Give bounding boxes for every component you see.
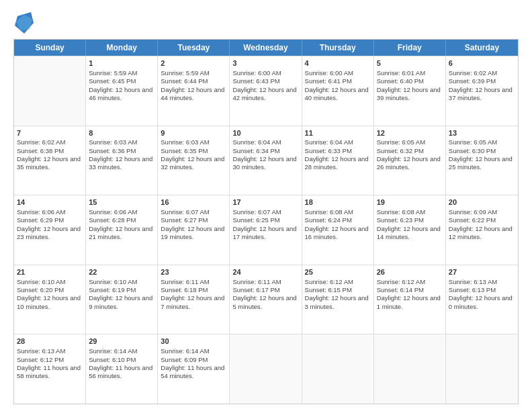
day-info: Sunrise: 6:06 AMSunset: 6:28 PMDaylight:…	[89, 208, 154, 241]
calendar-cell-16: 16Sunrise: 6:07 AMSunset: 6:27 PMDayligh…	[158, 195, 230, 265]
day-number: 16	[161, 197, 226, 208]
calendar-cell-26: 26Sunrise: 6:12 AMSunset: 6:14 PMDayligh…	[374, 265, 446, 334]
day-number: 28	[17, 336, 83, 347]
day-number: 17	[232, 197, 298, 208]
day-info: Sunrise: 6:12 AMSunset: 6:14 PMDaylight:…	[377, 278, 443, 311]
day-number: 18	[305, 197, 371, 208]
day-info: Sunrise: 6:11 AMSunset: 6:18 PMDaylight:…	[161, 278, 226, 311]
calendar: SundayMondayTuesdayWednesdayThursdayFrid…	[13, 39, 519, 404]
calendar-cell-7: 7Sunrise: 6:02 AMSunset: 6:38 PMDaylight…	[14, 126, 86, 195]
logo	[13, 12, 34, 34]
day-info: Sunrise: 6:13 AMSunset: 6:13 PMDaylight:…	[449, 278, 515, 311]
day-info: Sunrise: 6:09 AMSunset: 6:22 PMDaylight:…	[449, 208, 515, 241]
day-number: 15	[89, 197, 154, 208]
day-number: 11	[305, 128, 371, 138]
day-number: 9	[161, 128, 226, 138]
calendar-cell-10: 10Sunrise: 6:04 AMSunset: 6:34 PMDayligh…	[230, 126, 302, 195]
calendar-row-5: 28Sunrise: 6:13 AMSunset: 6:12 PMDayligh…	[14, 334, 518, 404]
calendar-body: 1Sunrise: 5:59 AMSunset: 6:45 PMDaylight…	[14, 56, 518, 404]
day-number: 25	[305, 267, 371, 277]
calendar-cell-23: 23Sunrise: 6:11 AMSunset: 6:18 PMDayligh…	[158, 265, 230, 334]
day-info: Sunrise: 6:02 AMSunset: 6:38 PMDaylight:…	[17, 138, 83, 171]
day-number: 26	[377, 267, 443, 277]
day-info: Sunrise: 6:00 AMSunset: 6:43 PMDaylight:…	[232, 69, 298, 102]
calendar-cell-19: 19Sunrise: 6:08 AMSunset: 6:23 PMDayligh…	[374, 195, 446, 265]
day-info: Sunrise: 6:08 AMSunset: 6:24 PMDaylight:…	[305, 208, 371, 241]
calendar-cell-empty	[302, 334, 374, 404]
calendar-cell-12: 12Sunrise: 6:05 AMSunset: 6:32 PMDayligh…	[374, 126, 446, 195]
calendar-cell-8: 8Sunrise: 6:03 AMSunset: 6:36 PMDaylight…	[86, 126, 158, 195]
day-number: 27	[449, 267, 515, 277]
day-info: Sunrise: 6:13 AMSunset: 6:12 PMDaylight:…	[17, 347, 83, 380]
day-info: Sunrise: 6:07 AMSunset: 6:25 PMDaylight:…	[232, 208, 298, 241]
calendar-header: SundayMondayTuesdayWednesdayThursdayFrid…	[14, 40, 518, 56]
day-info: Sunrise: 6:08 AMSunset: 6:23 PMDaylight:…	[377, 208, 443, 241]
day-info: Sunrise: 6:10 AMSunset: 6:19 PMDaylight:…	[89, 278, 154, 311]
day-info: Sunrise: 5:59 AMSunset: 6:44 PMDaylight:…	[161, 69, 226, 102]
day-number: 29	[89, 336, 154, 347]
day-number: 20	[449, 197, 515, 208]
day-info: Sunrise: 6:11 AMSunset: 6:17 PMDaylight:…	[232, 278, 298, 311]
day-number: 4	[305, 58, 371, 68]
day-info: Sunrise: 6:04 AMSunset: 6:34 PMDaylight:…	[232, 138, 298, 171]
calendar-row-1: 1Sunrise: 5:59 AMSunset: 6:45 PMDaylight…	[14, 56, 518, 126]
day-number: 24	[232, 267, 298, 277]
calendar-cell-21: 21Sunrise: 6:10 AMSunset: 6:20 PMDayligh…	[14, 265, 86, 334]
calendar-cell-5: 5Sunrise: 6:01 AMSunset: 6:40 PMDaylight…	[374, 56, 446, 126]
day-info: Sunrise: 6:12 AMSunset: 6:15 PMDaylight:…	[305, 278, 371, 311]
day-info: Sunrise: 6:05 AMSunset: 6:30 PMDaylight:…	[449, 138, 515, 171]
calendar-cell-4: 4Sunrise: 6:00 AMSunset: 6:41 PMDaylight…	[302, 56, 374, 126]
day-number: 30	[161, 336, 226, 347]
day-info: Sunrise: 6:14 AMSunset: 6:09 PMDaylight:…	[161, 347, 226, 380]
calendar-cell-11: 11Sunrise: 6:04 AMSunset: 6:33 PMDayligh…	[302, 126, 374, 195]
calendar-cell-22: 22Sunrise: 6:10 AMSunset: 6:19 PMDayligh…	[86, 265, 158, 334]
calendar-cell-1: 1Sunrise: 5:59 AMSunset: 6:45 PMDaylight…	[86, 56, 158, 126]
calendar-cell-9: 9Sunrise: 6:03 AMSunset: 6:35 PMDaylight…	[158, 126, 230, 195]
calendar-cell-24: 24Sunrise: 6:11 AMSunset: 6:17 PMDayligh…	[230, 265, 302, 334]
day-number: 21	[17, 267, 83, 277]
day-number: 6	[449, 58, 515, 68]
calendar-cell-6: 6Sunrise: 6:02 AMSunset: 6:39 PMDaylight…	[446, 56, 518, 126]
day-number: 12	[377, 128, 443, 138]
calendar-cell-13: 13Sunrise: 6:05 AMSunset: 6:30 PMDayligh…	[446, 126, 518, 195]
day-info: Sunrise: 6:10 AMSunset: 6:20 PMDaylight:…	[17, 278, 83, 311]
header-day-tuesday: Tuesday	[158, 40, 230, 56]
header-day-thursday: Thursday	[302, 40, 374, 56]
calendar-cell-17: 17Sunrise: 6:07 AMSunset: 6:25 PMDayligh…	[230, 195, 302, 265]
calendar-cell-empty	[14, 56, 86, 126]
calendar-cell-25: 25Sunrise: 6:12 AMSunset: 6:15 PMDayligh…	[302, 265, 374, 334]
day-number: 10	[232, 128, 298, 138]
calendar-cell-3: 3Sunrise: 6:00 AMSunset: 6:43 PMDaylight…	[230, 56, 302, 126]
calendar-cell-28: 28Sunrise: 6:13 AMSunset: 6:12 PMDayligh…	[14, 334, 86, 404]
calendar-row-4: 21Sunrise: 6:10 AMSunset: 6:20 PMDayligh…	[14, 265, 518, 334]
calendar-cell-empty	[446, 334, 518, 404]
day-number: 22	[89, 267, 154, 277]
day-info: Sunrise: 6:01 AMSunset: 6:40 PMDaylight:…	[377, 69, 443, 102]
day-number: 2	[161, 58, 226, 68]
header	[13, 12, 519, 34]
header-day-sunday: Sunday	[14, 40, 86, 56]
calendar-cell-29: 29Sunrise: 6:14 AMSunset: 6:10 PMDayligh…	[86, 334, 158, 404]
day-info: Sunrise: 6:03 AMSunset: 6:35 PMDaylight:…	[161, 138, 226, 171]
day-info: Sunrise: 6:02 AMSunset: 6:39 PMDaylight:…	[449, 69, 515, 102]
day-number: 7	[17, 128, 83, 138]
day-info: Sunrise: 6:03 AMSunset: 6:36 PMDaylight:…	[89, 138, 154, 171]
day-number: 23	[161, 267, 226, 277]
calendar-row-3: 14Sunrise: 6:06 AMSunset: 6:29 PMDayligh…	[14, 195, 518, 265]
calendar-cell-2: 2Sunrise: 5:59 AMSunset: 6:44 PMDaylight…	[158, 56, 230, 126]
day-number: 14	[17, 197, 83, 208]
day-info: Sunrise: 6:04 AMSunset: 6:33 PMDaylight:…	[305, 138, 371, 171]
calendar-cell-27: 27Sunrise: 6:13 AMSunset: 6:13 PMDayligh…	[446, 265, 518, 334]
calendar-cell-empty	[230, 334, 302, 404]
calendar-cell-empty	[374, 334, 446, 404]
day-number: 19	[377, 197, 443, 208]
header-day-monday: Monday	[86, 40, 158, 56]
logo-icon	[15, 12, 34, 34]
header-day-saturday: Saturday	[446, 40, 518, 56]
day-info: Sunrise: 6:05 AMSunset: 6:32 PMDaylight:…	[377, 138, 443, 171]
header-day-friday: Friday	[374, 40, 446, 56]
day-number: 1	[89, 58, 154, 68]
day-info: Sunrise: 5:59 AMSunset: 6:45 PMDaylight:…	[89, 69, 154, 102]
calendar-cell-14: 14Sunrise: 6:06 AMSunset: 6:29 PMDayligh…	[14, 195, 86, 265]
day-number: 13	[449, 128, 515, 138]
